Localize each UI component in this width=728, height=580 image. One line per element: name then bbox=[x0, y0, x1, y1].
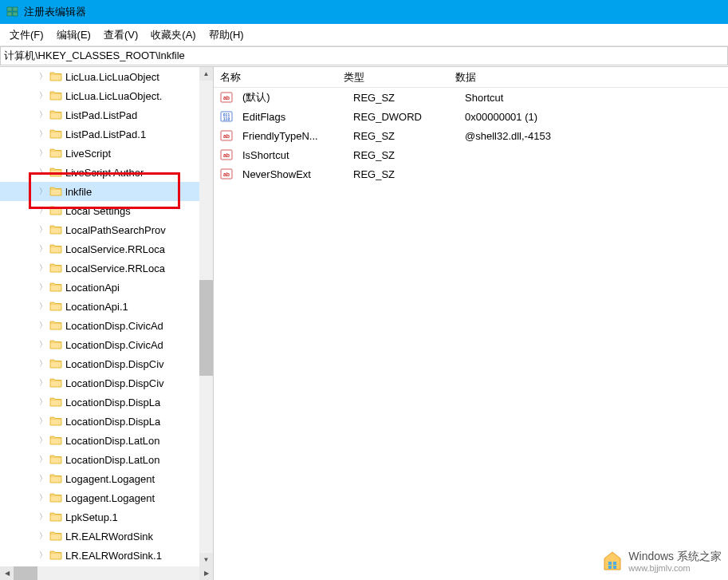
folder-icon bbox=[49, 357, 62, 370]
tree-item[interactable]: 〉LocationDisp.DispCiv bbox=[0, 373, 213, 393]
tree-item[interactable]: 〉Logagent.Logagent bbox=[0, 488, 213, 507]
tree-item[interactable]: 〉LocationDisp.DispCiv bbox=[0, 354, 213, 373]
tree-item[interactable]: 〉LR.EALRWordSink.1 bbox=[0, 546, 213, 565]
expand-icon[interactable]: 〉 bbox=[38, 129, 48, 139]
expand-icon[interactable]: 〉 bbox=[38, 321, 48, 330]
tree-item-label: LocationDisp.DispLa bbox=[65, 397, 160, 408]
expand-icon[interactable]: 〉 bbox=[38, 168, 48, 177]
expand-icon[interactable]: 〉 bbox=[38, 263, 48, 273]
scroll-right-arrow-icon[interactable]: ▶ bbox=[199, 566, 213, 580]
folder-icon bbox=[49, 89, 62, 102]
tree-item[interactable]: 〉LocalService.RRLoca bbox=[0, 258, 213, 278]
svg-rect-3 bbox=[13, 12, 18, 16]
svg-rect-7 bbox=[608, 566, 612, 569]
expand-icon[interactable]: 〉 bbox=[38, 493, 48, 503]
binary-value-icon bbox=[220, 110, 233, 123]
column-header-name[interactable]: 名称 bbox=[214, 67, 337, 87]
scroll-up-arrow-icon[interactable]: ▲ bbox=[199, 67, 213, 81]
expand-icon[interactable]: 〉 bbox=[38, 91, 48, 101]
svg-rect-1 bbox=[13, 7, 18, 11]
tree-horizontal-scrollbar[interactable]: ◀ ▶ bbox=[0, 566, 213, 580]
tree-item-label: Logagent.Logagent bbox=[65, 473, 155, 485]
expand-icon[interactable]: 〉 bbox=[38, 340, 48, 349]
value-name: EditFlags bbox=[236, 111, 347, 123]
tree-item[interactable]: 〉LocationDisp.LatLon bbox=[0, 450, 213, 469]
menu-view[interactable]: 查看(V) bbox=[97, 25, 144, 45]
expand-icon[interactable]: 〉 bbox=[38, 378, 48, 388]
menu-favorites[interactable]: 收藏夹(A) bbox=[144, 25, 202, 45]
tree-item[interactable]: 〉LpkSetup.1 bbox=[0, 507, 213, 527]
expand-icon[interactable]: 〉 bbox=[38, 474, 48, 483]
list-row[interactable]: (默认)REG_SZShortcut bbox=[214, 88, 728, 107]
expand-icon[interactable]: 〉 bbox=[38, 244, 48, 254]
tree-item[interactable]: 〉ListPad.ListPad bbox=[0, 105, 213, 124]
column-header-type[interactable]: 类型 bbox=[337, 67, 449, 87]
column-header-data[interactable]: 数据 bbox=[449, 67, 728, 87]
string-value-icon bbox=[220, 148, 233, 161]
expand-icon[interactable]: 〉 bbox=[38, 416, 48, 426]
expand-icon[interactable]: 〉 bbox=[38, 225, 48, 235]
tree-item[interactable]: 〉LicLua.LicLuaObject bbox=[0, 67, 213, 86]
expand-icon[interactable]: 〉 bbox=[38, 512, 48, 522]
expand-icon[interactable]: 〉 bbox=[38, 148, 48, 158]
tree-item-label: ListPad.ListPad bbox=[65, 109, 137, 121]
tree-item[interactable]: 〉LocationDisp.CivicAd bbox=[0, 335, 213, 354]
watermark-line2: www.bjjmlv.com bbox=[628, 563, 722, 574]
expand-icon[interactable]: 〉 bbox=[38, 110, 48, 120]
tree-item[interactable]: 〉LocationDisp.DispLa bbox=[0, 412, 213, 431]
expand-icon[interactable]: 〉 bbox=[38, 455, 48, 464]
folder-icon bbox=[49, 377, 62, 389]
expand-icon[interactable]: 〉 bbox=[38, 282, 48, 292]
expand-icon[interactable]: 〉 bbox=[38, 531, 48, 541]
expand-icon[interactable]: 〉 bbox=[38, 72, 48, 81]
expand-icon[interactable]: 〉 bbox=[38, 550, 48, 560]
expand-icon[interactable]: 〉 bbox=[38, 359, 48, 369]
expand-icon[interactable]: 〉 bbox=[38, 187, 48, 196]
tree-item[interactable]: 〉LocationDisp.LatLon bbox=[0, 431, 213, 450]
tree-item[interactable]: 〉LiveScript bbox=[0, 144, 213, 163]
expand-icon[interactable]: 〉 bbox=[38, 206, 48, 215]
tree-vertical-scrollbar[interactable]: ▲ ▼ bbox=[199, 67, 213, 566]
tree-item[interactable]: 〉Local Settings bbox=[0, 201, 213, 220]
tree-item[interactable]: 〉LR.EALRWordSink bbox=[0, 527, 213, 546]
tree-item[interactable]: 〉Logagent.Logagent bbox=[0, 469, 213, 488]
folder-icon bbox=[49, 491, 62, 504]
titlebar: 注册表编辑器 bbox=[0, 0, 728, 24]
value-type: REG_DWORD bbox=[347, 111, 458, 123]
scroll-thumb[interactable] bbox=[14, 566, 37, 580]
expand-icon[interactable]: 〉 bbox=[38, 397, 48, 407]
tree-item[interactable]: 〉LocalPathSearchProv bbox=[0, 220, 213, 239]
list-row[interactable]: FriendlyTypeN...REG_SZ@shell32.dll,-4153 bbox=[214, 126, 728, 145]
value-data: @shell32.dll,-4153 bbox=[458, 130, 728, 142]
tree-item-label: LocationDisp.DispCiv bbox=[65, 358, 164, 370]
tree-item[interactable]: 〉LocationDisp.DispLa bbox=[0, 393, 213, 412]
tree-item[interactable]: 〉LocationDisp.CivicAd bbox=[0, 316, 213, 335]
menu-help[interactable]: 帮助(H) bbox=[203, 25, 250, 45]
list-row[interactable]: EditFlagsREG_DWORD0x00000001 (1) bbox=[214, 107, 728, 126]
tree-item[interactable]: 〉LicLua.LicLuaObject. bbox=[0, 86, 213, 105]
tree-item[interactable]: 〉lnkfile bbox=[0, 182, 213, 201]
address-input[interactable] bbox=[4, 50, 724, 62]
expand-icon[interactable]: 〉 bbox=[38, 302, 48, 311]
tree-item-label: LocationDisp.CivicAd bbox=[65, 320, 163, 332]
tree-item[interactable]: 〉LocalService.RRLoca bbox=[0, 239, 213, 258]
tree-item[interactable]: 〉ListPad.ListPad.1 bbox=[0, 124, 213, 144]
scroll-thumb[interactable] bbox=[199, 280, 213, 376]
value-type: REG_SZ bbox=[347, 149, 458, 161]
menu-edit[interactable]: 编辑(E) bbox=[50, 25, 97, 45]
scroll-down-arrow-icon[interactable]: ▼ bbox=[199, 553, 213, 566]
string-value-icon bbox=[220, 129, 233, 142]
expand-icon[interactable]: 〉 bbox=[38, 436, 48, 445]
value-type: REG_SZ bbox=[347, 92, 458, 104]
value-type: REG_SZ bbox=[347, 130, 458, 142]
tree-item[interactable]: 〉LocationApi.1 bbox=[0, 297, 213, 316]
list-row[interactable]: NeverShowExtREG_SZ bbox=[214, 164, 728, 183]
scroll-left-arrow-icon[interactable]: ◀ bbox=[0, 566, 14, 580]
menu-file[interactable]: 文件(F) bbox=[3, 25, 50, 45]
tree-item-label: LocalPathSearchProv bbox=[65, 224, 166, 236]
tree-item[interactable]: 〉LiveScript Author bbox=[0, 163, 213, 182]
tree-item[interactable]: 〉LocationApi bbox=[0, 278, 213, 297]
tree-item-label: LpkSetup.1 bbox=[65, 511, 118, 523]
value-data: Shortcut bbox=[458, 92, 728, 104]
list-row[interactable]: IsShortcutREG_SZ bbox=[214, 145, 728, 164]
